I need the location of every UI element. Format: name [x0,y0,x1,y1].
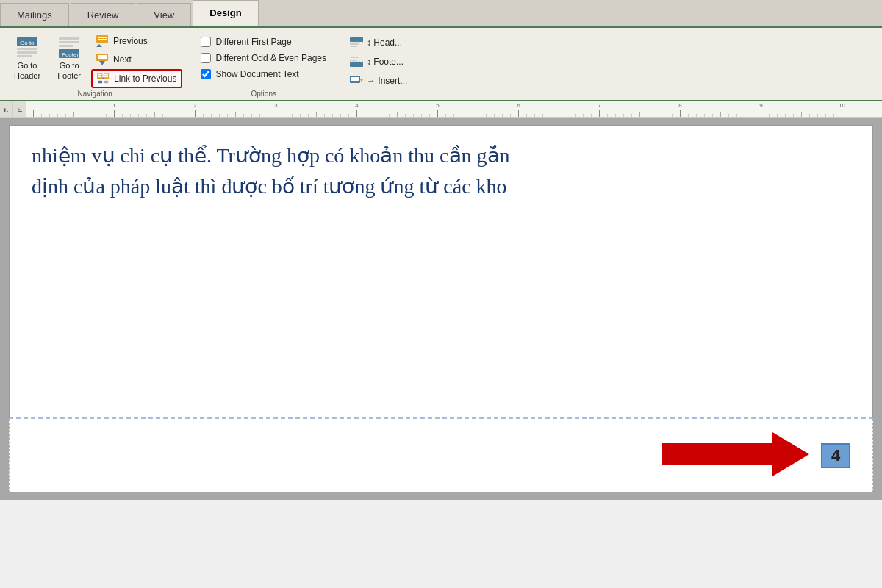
svg-rect-11 [98,37,107,38]
previous-label: Previous [113,36,148,46]
document-footer: 4 [9,419,873,492]
svg-rect-22 [104,74,108,76]
header-button[interactable]: ↕ Head... [345,34,412,51]
document-area: nhiệm vụ chi cụ thể. Trường hợp có khoản… [0,118,882,500]
svg-rect-26 [98,81,102,84]
options-items: Different First Page Different Odd & Eve… [198,32,329,81]
ribbon-group-options: Different First Page Different Odd & Eve… [190,31,337,100]
svg-rect-28 [350,37,363,42]
ruler-corner-icon[interactable]: ⊾ [0,101,13,118]
svg-rect-31 [350,46,357,47]
tab-review[interactable]: Review [71,3,136,26]
goto-header-icon: Go to [15,36,39,60]
different-first-page-checkbox[interactable] [201,37,211,47]
svg-rect-19 [98,74,101,76]
svg-rect-38 [351,77,359,79]
tab-view[interactable]: View [137,3,191,26]
svg-text:Footer: Footer [62,51,79,58]
goto-header-line2: Header [14,71,40,80]
svg-marker-17 [99,61,105,65]
next-icon [96,54,110,65]
ruler: ⊾ ⊾12345678910 [0,101,882,118]
text-line1: nhiệm vụ chi cụ thể. Trường hợp có khoản… [32,140,850,171]
svg-rect-7 [59,45,74,47]
ribbon-group-navigation: Go to Go to Header Footer Go t [0,31,190,100]
svg-rect-6 [59,41,79,43]
page-number-badge: 4 [821,443,850,468]
goto-footer-line1: Go to [60,61,79,70]
different-first-page-option[interactable]: Different First Page [198,35,329,49]
svg-rect-12 [98,39,107,40]
goto-header-button[interactable]: Go to Go to Header [7,32,47,84]
svg-rect-3 [17,55,32,57]
red-arrow [662,432,809,479]
show-document-text-checkbox[interactable] [201,69,211,79]
different-odd-even-option[interactable]: Different Odd & Even Pages [198,51,329,65]
svg-rect-1 [17,48,37,50]
previous-icon [96,35,110,47]
different-odd-even-checkbox[interactable] [201,53,211,63]
footer-button[interactable]: ↕ Foote... [345,53,412,71]
svg-rect-20 [98,76,101,77]
ruler-inner: ⊾12345678910 [13,101,882,117]
link-to-previous-button[interactable]: Link to Previous [91,69,182,88]
show-document-text-option[interactable]: Show Document Text [198,68,329,81]
options-group-label: Options [251,90,276,100]
link-to-previous-label: Link to Previous [114,74,176,84]
goto-header-line1: Go to [18,61,37,70]
footer-content: 4 [662,432,850,479]
svg-rect-15 [98,55,107,57]
navigation-group-label: Navigation [78,90,112,100]
tab-design[interactable]: Design [193,0,258,26]
show-document-text-label: Show Document Text [215,69,298,79]
svg-rect-30 [350,43,359,45]
text-line2: định của pháp luật thì được bố trí tương… [32,171,850,202]
header-icon [350,37,363,49]
nav-small-buttons: Previous Next [91,32,182,88]
document-text: nhiệm vụ chi cụ thể. Trường hợp có khoản… [32,140,850,202]
ruler-corner: ⊾ [13,101,26,117]
ribbon: Go to Go to Header Footer Go t [0,28,882,101]
svg-text:Go to: Go to [20,40,35,46]
footer-icon [350,56,363,68]
svg-rect-39 [351,79,359,81]
svg-rect-33 [350,60,357,61]
svg-rect-27 [104,81,108,84]
svg-rect-32 [350,57,359,58]
svg-rect-35 [350,62,363,67]
tab-mailings[interactable]: Mailings [0,3,69,26]
svg-rect-16 [98,57,107,59]
header-label: ↕ Head... [367,37,402,48]
document-page: nhiệm vụ chi cụ thể. Trường hợp có khoản… [9,125,873,419]
previous-button[interactable]: Previous [91,32,182,50]
svg-rect-2 [17,51,37,54]
goto-footer-button[interactable]: Footer Go to Footer [50,32,88,84]
ribbon-group-headerfooter: ↕ Head... ↕ Foote... [337,31,420,100]
goto-footer-icon: Footer [57,36,81,60]
different-odd-even-label: Different Odd & Even Pages [215,53,326,63]
svg-rect-23 [104,76,108,77]
different-first-page-label: Different First Page [215,37,291,47]
svg-marker-37 [360,79,363,82]
hf-items: ↕ Head... ↕ Foote... [345,32,412,90]
link-to-previous-icon [97,73,110,85]
footer-label: ↕ Foote... [367,57,404,67]
tab-bar: Mailings Review View Design [0,0,882,28]
svg-marker-40 [662,432,809,476]
svg-marker-13 [96,44,102,47]
next-button[interactable]: Next [91,51,182,68]
nav-group-items: Go to Go to Header Footer Go t [7,32,182,90]
svg-rect-5 [59,37,79,40]
goto-footer-line2: Footer [57,71,81,80]
insert-label: → Insert... [367,76,407,86]
insert-button[interactable]: → Insert... [345,72,412,90]
next-label: Next [113,54,132,65]
insert-icon [350,75,363,87]
